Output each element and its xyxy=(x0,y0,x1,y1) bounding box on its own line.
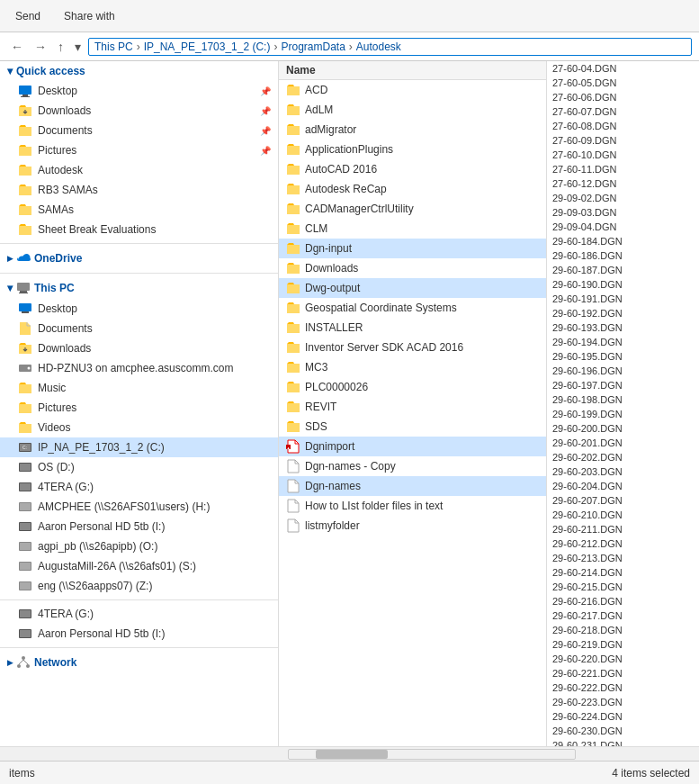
table-row[interactable]: MC3 xyxy=(279,357,546,377)
table-row[interactable]: Geospatial Coordinate Systems xyxy=(279,298,546,318)
table-row[interactable]: INSTALLER xyxy=(279,318,546,338)
table-row[interactable]: ▲ Dgnimport xyxy=(279,437,546,456)
list-item: 29-60-223.DGN xyxy=(547,695,699,709)
sidebar-item-desktop-pc[interactable]: Desktop xyxy=(0,299,278,319)
table-row[interactable]: Downloads xyxy=(279,258,546,278)
sidebar-label-documents-qa: Documents xyxy=(38,124,93,137)
share-with-button[interactable]: Share with xyxy=(56,7,123,25)
sidebar-item-drive-c[interactable]: C: IP_NA_PE_1703_1_2 (C:) xyxy=(0,437,278,457)
folder-icon xyxy=(286,320,300,335)
sidebar-label-downloads-qa: Downloads xyxy=(38,104,91,117)
list-item: 29-60-200.DGN xyxy=(547,421,699,436)
svg-text:▲: ▲ xyxy=(287,446,291,450)
sidebar-item-drive-d[interactable]: OS (D:) xyxy=(0,457,278,477)
path-part-1: This PC xyxy=(94,41,133,53)
drive-s-icon xyxy=(18,559,32,573)
svg-line-35 xyxy=(23,660,28,664)
svg-rect-28 xyxy=(20,610,31,617)
sidebar-item-drive-i[interactable]: Aaron Personal HD 5tb (I:) xyxy=(0,517,278,536)
pin-icon-downloads: 📌 xyxy=(260,106,271,116)
table-row[interactable]: AdLM xyxy=(279,100,546,120)
svg-rect-6 xyxy=(19,303,31,311)
svg-rect-5 xyxy=(19,293,28,293)
sidebar-label-videos: Videos xyxy=(38,421,70,434)
table-row[interactable]: PLC0000026 xyxy=(279,377,546,397)
sidebar-label-samas-qa: SAMAs xyxy=(38,203,74,216)
sidebar-label-autodesk-qa: Autodesk xyxy=(38,164,83,176)
sidebar-label-drive-z: eng (\\S26aapps07) (Z:) xyxy=(38,580,152,592)
sep-network xyxy=(0,599,278,600)
sidebar-item-samas-qa[interactable]: SAMAs xyxy=(0,200,278,220)
sidebar-item-desktop-qa[interactable]: Desktop 📌 xyxy=(0,81,278,101)
network-icon xyxy=(16,655,31,670)
sidebar-item-autodesk-qa[interactable]: Autodesk xyxy=(0,160,278,180)
table-row[interactable]: Dgn-input xyxy=(279,239,546,258)
forward-button[interactable]: → xyxy=(31,38,50,56)
table-row[interactable]: CLM xyxy=(279,219,546,239)
col-header-name[interactable]: Name xyxy=(286,64,539,77)
sidebar-item-pictures-qa[interactable]: Pictures 📌 xyxy=(0,140,278,160)
table-row[interactable]: Autodesk ReCap xyxy=(279,179,546,199)
sidebar-item-rb3-qa[interactable]: RB3 SAMAs xyxy=(0,180,278,200)
sidebar-item-drive-g1[interactable]: 4TERA (G:) xyxy=(0,477,278,497)
downloads-folder-icon xyxy=(18,104,32,118)
table-row[interactable]: REVIT xyxy=(279,397,546,417)
table-row[interactable]: Dgn-names - Copy xyxy=(279,456,546,476)
table-row[interactable]: ApplicationPlugins xyxy=(279,140,546,159)
sidebar-label-hd-pznu3: HD-PZNU3 on amcphee.asuscomm.com xyxy=(38,362,233,374)
file-icon xyxy=(286,499,300,513)
sidebar-item-aaron-net[interactable]: Aaron Personal HD 5tb (I:) xyxy=(0,624,278,644)
table-row[interactable]: ACD xyxy=(279,80,546,100)
table-row[interactable]: Dgn-names xyxy=(279,476,546,496)
sidebar-item-downloads-pc[interactable]: Downloads xyxy=(0,338,278,358)
sidebar-label-4tera-net: 4TERA (G:) xyxy=(38,608,94,620)
content-area: Name ACD AdLM adMigrator ApplicationPlug… xyxy=(279,61,699,746)
network-section[interactable]: ▸ Network xyxy=(0,652,278,673)
svg-rect-20 xyxy=(20,523,31,530)
quick-access-section[interactable]: ▾ Quick access xyxy=(0,61,278,81)
sidebar-item-hd-pznu3[interactable]: HD-PZNU3 on amcphee.asuscomm.com xyxy=(0,358,278,378)
recent-button[interactable]: ▾ xyxy=(71,38,85,56)
sidebar-item-documents-qa[interactable]: Documents 📌 xyxy=(0,121,278,140)
send-button[interactable]: Send xyxy=(7,7,49,25)
sidebar-item-documents-pc[interactable]: Documents xyxy=(0,319,278,338)
list-item: 29-60-194.DGN xyxy=(547,335,699,349)
list-item: 27-60-05.DGN xyxy=(547,76,699,90)
sidebar-item-pictures-pc[interactable]: Pictures xyxy=(0,398,278,418)
sidebar-item-music[interactable]: Music xyxy=(0,378,278,398)
sidebar-label-drive-i: Aaron Personal HD 5tb (I:) xyxy=(38,520,165,533)
up-button[interactable]: ↑ xyxy=(54,38,67,56)
rb3-folder-icon xyxy=(18,183,32,197)
sidebar-item-downloads-qa[interactable]: Downloads 📌 xyxy=(0,101,278,121)
sidebar-item-drive-z[interactable]: eng (\\S26aapps07) (Z:) xyxy=(0,576,278,596)
sidebar-item-drive-o[interactable]: agpi_pb (\\s26apipb) (O:) xyxy=(0,536,278,556)
horizontal-scrollbar[interactable] xyxy=(0,746,699,761)
sidebar-item-drive-h[interactable]: AMCPHEE (\\S26AFS01\users) (H:) xyxy=(0,497,278,517)
table-row[interactable]: Dwg-output xyxy=(279,278,546,298)
sidebar-item-drive-s[interactable]: AugustaMill-26A (\\s26afs01) (S:) xyxy=(0,556,278,576)
sidebar-item-4tera-net[interactable]: 4TERA (G:) xyxy=(0,604,278,624)
sidebar-item-sheetbreak-qa[interactable]: Sheet Break Evaluations xyxy=(0,220,278,239)
table-row[interactable]: Inventor Server SDK ACAD 2016 xyxy=(279,338,546,357)
list-item: 27-60-07.DGN xyxy=(547,104,699,119)
svg-rect-7 xyxy=(22,311,29,313)
table-row[interactable]: How to LIst folder files in text xyxy=(279,496,546,516)
table-row[interactable]: CADManagerCtrlUtility xyxy=(279,199,546,219)
table-row[interactable]: listmyfolder xyxy=(279,516,546,536)
table-row[interactable]: adMigrator xyxy=(279,120,546,140)
hd-pznu3-icon xyxy=(18,361,32,375)
sidebar-item-videos[interactable]: Videos xyxy=(0,418,278,437)
svg-rect-0 xyxy=(19,86,31,95)
folder-icon xyxy=(286,221,300,236)
table-row[interactable]: AutoCAD 2016 xyxy=(279,159,546,179)
back-button[interactable]: ← xyxy=(7,38,27,56)
folder-icon xyxy=(286,419,300,434)
list-item: 29-60-214.DGN xyxy=(547,565,699,580)
svg-rect-16 xyxy=(20,483,31,491)
address-path[interactable]: This PC › IP_NA_PE_1703_1_2 (C:) › Progr… xyxy=(88,38,692,56)
sep-thispc xyxy=(0,273,278,274)
list-item: 29-60-184.DGN xyxy=(547,234,699,248)
this-pc-section[interactable]: ▾ This PC xyxy=(0,277,278,299)
table-row[interactable]: SDS xyxy=(279,417,546,437)
onedrive-section[interactable]: ▸ OneDrive xyxy=(0,248,278,269)
